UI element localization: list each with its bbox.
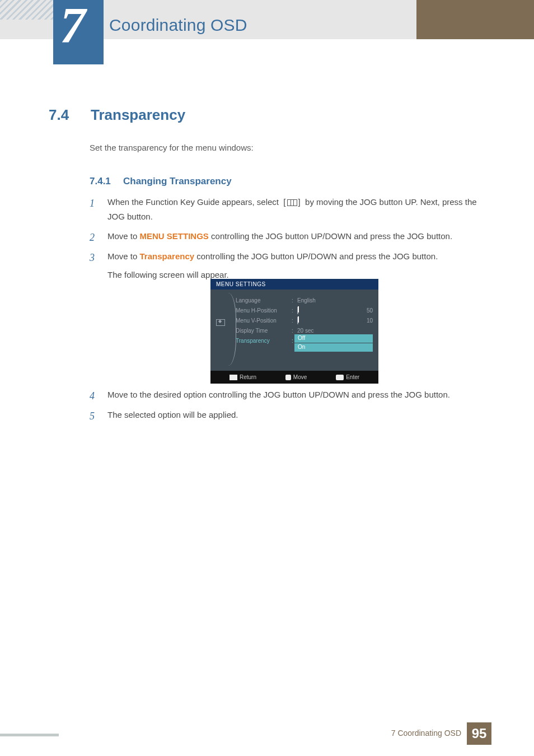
osd-row-language: Language : English bbox=[236, 295, 373, 305]
osd-curve-decoration bbox=[228, 293, 236, 366]
osd-hint-return: Return bbox=[229, 374, 256, 380]
menu-icon bbox=[287, 199, 297, 206]
step-text: Move to bbox=[107, 231, 137, 241]
osd-category-icon bbox=[216, 319, 225, 326]
chapter-number-block: 7 bbox=[53, 0, 104, 64]
footer-page-number: 95 bbox=[467, 722, 491, 745]
step-1: 1 When the Function Key Guide appears, s… bbox=[90, 195, 487, 223]
osd-option-off: Off bbox=[294, 334, 373, 343]
step-text: controlling the JOG button UP/DOWN and p… bbox=[211, 231, 452, 241]
osd-option-on: On bbox=[294, 343, 373, 352]
section-title: Transparency bbox=[91, 106, 185, 124]
step-number: 1 bbox=[90, 195, 95, 212]
osd-slider bbox=[297, 307, 298, 314]
header-strip-accent bbox=[416, 0, 534, 39]
osd-label: Language bbox=[236, 297, 292, 304]
steps-list: 1 When the Function Key Guide appears, s… bbox=[90, 195, 487, 288]
osd-header: MENU SETTINGS bbox=[210, 279, 378, 290]
osd-hint-move: Move bbox=[285, 374, 307, 380]
subsection-number: 7.4.1 bbox=[90, 176, 111, 187]
step-text: controlling the JOG button UP/DOWN and p… bbox=[196, 251, 438, 261]
osd-value: English bbox=[297, 297, 358, 304]
return-icon bbox=[229, 375, 237, 380]
chapter-number: 7 bbox=[60, 0, 86, 55]
step-text: The following screen will appear. bbox=[107, 270, 229, 279]
osd-row-vposition: Menu V-Position : 10 bbox=[236, 315, 373, 325]
step-5: 5 The selected option will be applied. bbox=[90, 408, 490, 422]
section-number: 7.4 bbox=[49, 106, 69, 124]
footer-chapter-label: 7 Coordinating OSD bbox=[391, 729, 461, 738]
osd-label: Transparency bbox=[236, 338, 292, 344]
step-number: 5 bbox=[90, 408, 95, 425]
osd-value: 20 sec bbox=[297, 328, 358, 334]
section-intro: Set the transparency for the menu window… bbox=[90, 143, 254, 152]
header-hatch-decoration bbox=[0, 0, 53, 20]
subsection-title: Changing Transparency bbox=[123, 176, 232, 187]
step-keyword: Transparency bbox=[140, 251, 195, 261]
osd-screenshot: MENU SETTINGS Language : English Menu H-… bbox=[210, 279, 378, 382]
osd-label: Menu V-Position bbox=[236, 318, 292, 324]
osd-label: Menu H-Position bbox=[236, 307, 292, 314]
step-2: 2 Move to MENU SETTINGS controlling the … bbox=[90, 229, 487, 244]
step-text: When the Function Key Guide appears, sel… bbox=[107, 197, 279, 207]
step-number: 3 bbox=[90, 249, 95, 267]
osd-hint-enter: Enter bbox=[336, 374, 359, 380]
enter-icon bbox=[336, 375, 344, 380]
step-4: 4 Move to the desired option controlling… bbox=[90, 388, 490, 402]
steps-list-continued: 4 Move to the desired option controlling… bbox=[90, 388, 490, 427]
osd-slider bbox=[297, 317, 298, 324]
osd-label: Display Time bbox=[236, 328, 292, 334]
step-keyword: MENU SETTINGS bbox=[140, 231, 209, 241]
move-icon bbox=[285, 375, 291, 380]
step-number: 4 bbox=[90, 388, 95, 405]
osd-value: 10 bbox=[358, 318, 373, 324]
step-text: Move to the desired option controlling t… bbox=[107, 390, 450, 399]
chapter-title: Coordinating OSD bbox=[109, 16, 247, 35]
footer-rule bbox=[0, 734, 59, 736]
step-number: 2 bbox=[90, 229, 95, 246]
osd-body: Language : English Menu H-Position : 50 … bbox=[210, 290, 378, 371]
step-text: Move to bbox=[107, 251, 137, 261]
step-3: 3 Move to Transparency controlling the J… bbox=[90, 249, 487, 282]
osd-dropdown: Off On bbox=[294, 334, 373, 352]
osd-row-hposition: Menu H-Position : 50 bbox=[236, 305, 373, 315]
osd-value: 50 bbox=[358, 307, 373, 314]
step-text: The selected option will be applied. bbox=[107, 410, 238, 419]
osd-footer: Return Move Enter bbox=[210, 371, 378, 384]
